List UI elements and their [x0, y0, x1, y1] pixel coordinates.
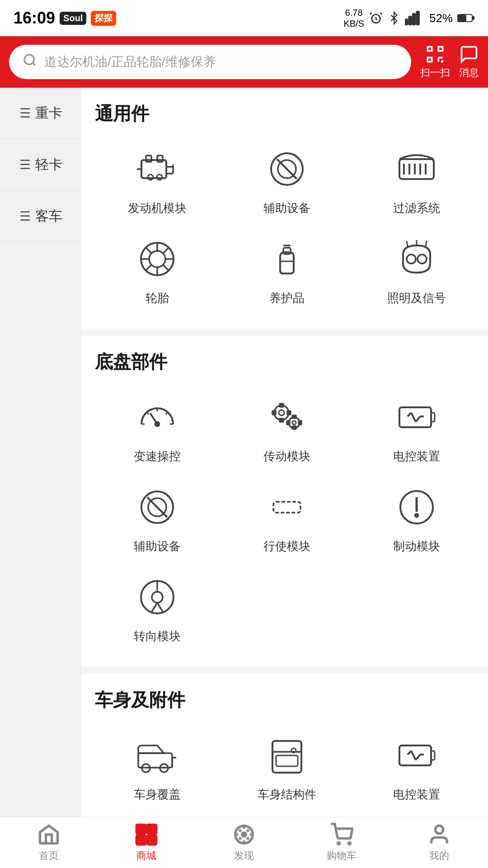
aux-chassis-icon: [132, 482, 182, 532]
item-engine-module[interactable]: 发动机模块: [95, 140, 220, 221]
item-label-engine-module: 发动机模块: [128, 200, 187, 216]
item-oil[interactable]: 养护品: [225, 230, 350, 311]
section-divider-2: [81, 667, 488, 674]
svg-line-42: [146, 248, 151, 253]
svg-rect-119: [147, 825, 156, 834]
item-label-brake: 制动模块: [393, 538, 440, 554]
svg-point-127: [242, 833, 246, 837]
item-lighting[interactable]: 照明及信号: [354, 230, 479, 311]
item-carbody[interactable]: 车身覆盖: [95, 726, 220, 807]
item-ecu[interactable]: 电控装置: [354, 388, 479, 469]
lighting-icon: [392, 234, 441, 284]
svg-rect-118: [136, 825, 145, 834]
signal-icon: [405, 11, 425, 25]
nav-cart[interactable]: 购物车: [293, 823, 390, 863]
svg-rect-72: [299, 421, 301, 425]
carbody-icon: [132, 731, 182, 780]
engine-module-icon: [132, 144, 182, 194]
svg-line-59: [147, 412, 149, 415]
item-tire[interactable]: 轮胎: [95, 230, 220, 311]
svg-line-45: [146, 265, 151, 270]
svg-line-102: [411, 751, 416, 760]
item-brake[interactable]: 制动模块: [354, 478, 479, 559]
svg-rect-7: [459, 15, 466, 21]
item-label-ecu-body: 电控装置: [393, 787, 440, 802]
svg-rect-63: [280, 404, 283, 407]
item-ecu-body[interactable]: 电控装置: [354, 726, 479, 807]
menu-icon-zhongka: ☰: [19, 106, 31, 121]
gearbox-icon: [132, 392, 182, 442]
steering-icon: [132, 572, 182, 622]
nav-shop[interactable]: 商城: [98, 823, 195, 863]
svg-line-103: [416, 755, 420, 760]
svg-rect-10: [428, 47, 432, 51]
section-title-dichan: 底盘部件: [95, 349, 479, 374]
menu-icon-keche: ☰: [19, 209, 31, 224]
svg-rect-12: [428, 57, 432, 61]
item-label-gearbox: 变速操控: [134, 448, 181, 464]
scan-button[interactable]: 扫一扫: [420, 44, 450, 80]
status-icons: 6.78KB/S 52%: [343, 7, 474, 29]
net-speed-icon: 6.78KB/S: [343, 7, 364, 29]
svg-line-44: [163, 248, 169, 253]
svg-rect-2: [409, 16, 412, 24]
nav-user-label: 我的: [429, 849, 449, 863]
sidebar-item-zhongka[interactable]: ☰ 重卡: [0, 88, 81, 139]
item-filter-system[interactable]: 过滤系统: [354, 140, 479, 221]
item-gearbox[interactable]: 变速操控: [95, 388, 220, 469]
message-button[interactable]: 消息: [459, 44, 479, 80]
search-placeholder-text: 道达尔机油/正品轮胎/维修保养: [44, 53, 216, 71]
svg-line-9: [33, 63, 35, 66]
svg-point-62: [279, 410, 284, 415]
nav-user[interactable]: 我的: [390, 823, 488, 863]
nav-cart-label: 购物车: [327, 849, 357, 863]
oil-icon: [262, 234, 312, 284]
svg-rect-121: [147, 835, 156, 844]
svg-rect-3: [413, 14, 415, 24]
item-label-lighting: 照明及信号: [387, 290, 446, 306]
svg-rect-97: [276, 755, 298, 766]
sidebar-label-zhongka: 重卡: [35, 104, 62, 123]
svg-line-89: [152, 603, 157, 612]
item-label-transmission: 传动模块: [263, 448, 310, 464]
grid-tongyongjian: 发动机模块 辅助设备: [95, 140, 479, 311]
battery-icon: [457, 11, 474, 25]
section-tongyongjian: 通用件: [95, 101, 479, 311]
item-aux-chassis[interactable]: 辅助设备: [95, 478, 220, 559]
svg-rect-69: [292, 415, 296, 418]
sidebar-item-qingka[interactable]: ☰ 轻卡: [0, 139, 81, 191]
svg-rect-70: [292, 426, 296, 429]
svg-point-98: [291, 748, 296, 753]
svg-line-51: [407, 241, 408, 246]
nav-shop-label: 商城: [136, 849, 156, 863]
sidebar-label-qingka: 轻卡: [35, 156, 62, 174]
svg-line-28: [277, 159, 297, 179]
svg-point-132: [338, 842, 339, 844]
svg-rect-82: [273, 502, 300, 513]
item-label-tire: 轮胎: [145, 290, 169, 306]
svg-rect-6: [472, 17, 474, 19]
battery-indicator: 52%: [429, 11, 453, 25]
item-aux-equipment[interactable]: 辅助设备: [225, 140, 350, 221]
item-transmission[interactable]: 传动模块: [225, 388, 350, 469]
filter-system-icon: [392, 144, 441, 194]
item-cardoor[interactable]: 车身结构件: [225, 726, 350, 807]
message-label: 消息: [459, 66, 479, 80]
item-steering[interactable]: 转向模块: [95, 568, 220, 649]
svg-point-49: [407, 255, 416, 264]
sidebar-item-keche[interactable]: ☰ 客车: [0, 191, 81, 242]
svg-rect-74: [431, 413, 435, 422]
item-label-ecu: 电控装置: [393, 448, 440, 464]
svg-line-129: [247, 830, 249, 831]
item-drive[interactable]: 行使模块: [225, 478, 350, 559]
nav-home[interactable]: 首页: [0, 823, 98, 863]
nav-discover[interactable]: 发现: [195, 823, 293, 863]
status-time: 16:09: [14, 9, 55, 28]
tire-icon: [132, 234, 182, 284]
svg-line-60: [166, 412, 168, 415]
svg-rect-64: [280, 419, 283, 422]
header-actions: 扫一扫 消息: [420, 44, 479, 80]
search-bar[interactable]: 道达尔机油/正品轮胎/维修保养: [9, 45, 411, 79]
item-label-steering: 转向模块: [134, 628, 181, 644]
sidebar-label-keche: 客车: [35, 207, 62, 226]
